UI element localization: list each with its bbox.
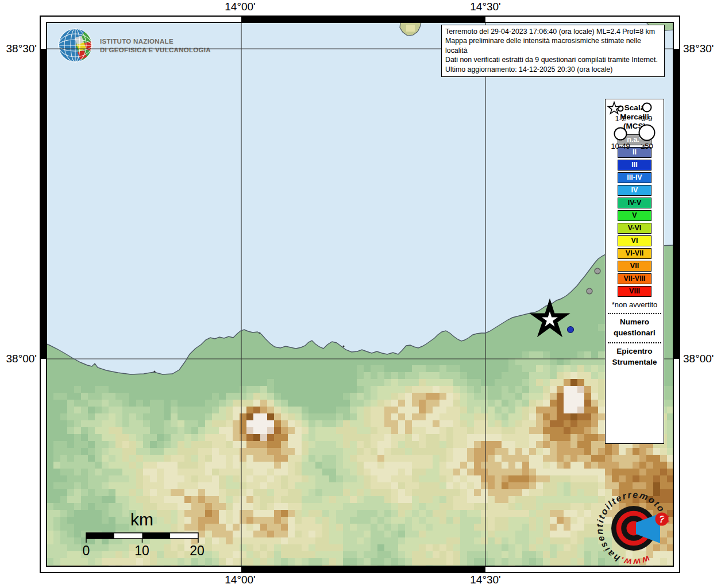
info-line-1: Terremoto del 29-04-2023 17:06:40 (ora l… <box>445 27 661 36</box>
epicenter-title: Epicentro Strumentale <box>606 346 664 368</box>
macroseismic-map-page: ISTITUTO NAZIONALE DI GEOFISICA E VULCAN… <box>0 0 721 588</box>
tick-lon-1400-top: 14°00' <box>216 1 264 13</box>
info-line-2: Mappa preliminare delle intensità macros… <box>445 36 661 55</box>
info-line-3: Dati non verificati estratti da 9 questi… <box>445 55 661 64</box>
ingv-globe-icon <box>59 29 92 62</box>
scale-bar-20: 20 <box>190 543 205 558</box>
scale-bar-unit: km <box>130 510 153 529</box>
tick-lat-3830-right: 38°30' <box>683 42 720 55</box>
intensity-swatch-iv: IV <box>618 185 651 196</box>
intensity-swatch-iv-v: IV-V <box>618 198 651 208</box>
legend-divider-2 <box>608 342 661 343</box>
tick-lat-3800-left: 38°00' <box>0 353 37 365</box>
questionnaire-circle-≥50 <box>639 125 655 141</box>
intensity-swatch-iii-iv: III-IV <box>618 172 651 183</box>
intensity-swatch-vii-viii: VII-VIII <box>618 273 651 284</box>
scale-bar-10: 10 <box>134 543 149 558</box>
na-report-dot <box>587 288 592 294</box>
questionnaire-title: Numero questionari <box>606 316 664 338</box>
intensity-swatch-vi: VI <box>618 235 651 246</box>
tick-lon-1400-bottom: 14°00' <box>216 574 264 586</box>
intensity-swatch-iii: III <box>618 160 651 171</box>
questionnaire-label: 10-49 <box>611 142 630 150</box>
tick-lon-1430-top: 14°30' <box>461 1 510 13</box>
epicenter-star-icon <box>606 99 623 117</box>
questionnaire-label: ≥50 <box>641 142 653 150</box>
tick-lat-3800-right: 38°00' <box>683 353 720 365</box>
info-box: Terremoto del 29-04-2023 17:06:40 (ora l… <box>441 25 665 77</box>
intensity-swatch-vi-vii: VI-VII <box>618 248 651 259</box>
tick-lon-1430-bottom: 14°30' <box>461 574 510 586</box>
epicenter-star-glyph <box>608 102 620 114</box>
questionnaire-label: 3-9 <box>642 114 653 123</box>
info-line-4: Ultimo aggiornamento: 14-12-2025 20:30 (… <box>445 65 661 74</box>
ingv-title-line2: DI GEOFISICA E VULCANOLOGIA <box>100 47 211 53</box>
intensity-swatch-v-vi: V-VI <box>618 223 651 234</box>
legend-footnote: *non avvertito <box>606 300 664 309</box>
intensity-swatch-viii: VIII <box>618 286 651 297</box>
felt-report-dot <box>568 327 574 333</box>
questionnaire-circle-3-9 <box>643 103 651 112</box>
intensity-scale: n.a.*IIIIIIII-IVIVIV-VVV-VIVIVI-VIIVIIVI… <box>606 134 664 297</box>
legend: Scala Mercalli (MCS) n.a.*IIIIIIII-IVIVI… <box>605 99 664 444</box>
legend-divider <box>608 313 661 314</box>
scale-bar-0: 0 <box>83 543 90 558</box>
intensity-swatch-v: V <box>618 210 651 221</box>
tick-lat-3830-left: 38°30' <box>0 42 37 55</box>
ingv-title-line1: ISTITUTO NAZIONALE <box>100 38 173 45</box>
intensity-swatch-vii: VII <box>618 261 651 272</box>
na-report-dot <box>595 268 600 274</box>
questionnaire-circle-10-49 <box>615 128 627 140</box>
